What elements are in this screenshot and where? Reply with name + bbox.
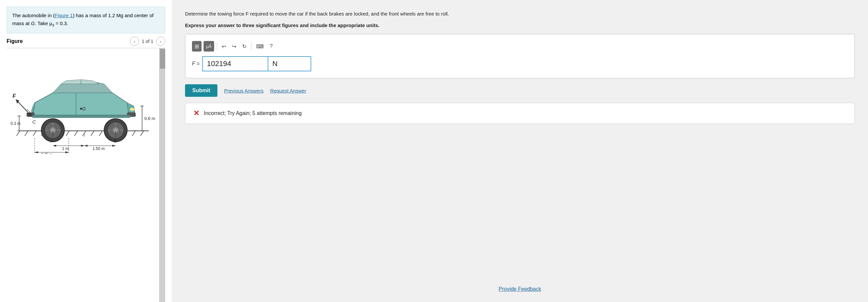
- answer-box: ⊞ μÅ ↩ ↪ ↻ ⌨ ? F =: [185, 34, 855, 78]
- toolbar-separator-2: [251, 42, 251, 50]
- svg-text:1.50 m: 1.50 m: [93, 146, 105, 151]
- redo-button[interactable]: ↪: [230, 42, 238, 51]
- g-label: G: [31, 21, 35, 26]
- figure-nav: ‹ 1 of 1 ›: [130, 37, 165, 46]
- help-button[interactable]: ?: [268, 42, 275, 51]
- figure-image-area: G F 30° 0.6 m: [7, 48, 165, 302]
- matrix-icon: ⊞: [195, 43, 199, 50]
- figure-page-indicator: 1 of 1: [142, 39, 153, 44]
- figure-next-button[interactable]: ›: [156, 37, 165, 46]
- refresh-button[interactable]: ↻: [240, 42, 248, 51]
- svg-text:0.3 m: 0.3 m: [10, 121, 21, 126]
- question-line2: Express your answer to three significant…: [185, 23, 855, 28]
- problem-text-part1: The automobile in (: [12, 12, 55, 18]
- toolbar-separator-1: [217, 42, 217, 50]
- problem-text-part3: . Take: [35, 21, 49, 26]
- svg-text:C: C: [32, 119, 36, 125]
- svg-text:F: F: [12, 93, 16, 99]
- svg-text:B: B: [114, 139, 117, 143]
- question-line1: Determine the towing force F required to…: [185, 10, 855, 18]
- svg-marker-59: [53, 145, 56, 147]
- svg-marker-60: [81, 145, 84, 147]
- answer-toolbar: ⊞ μÅ ↩ ↪ ↻ ⌨ ?: [192, 40, 848, 53]
- svg-text:0.75 m: 0.75 m: [41, 152, 53, 154]
- problem-text-box: The automobile in (Figure 1) has a mass …: [7, 7, 165, 33]
- svg-point-39: [80, 108, 82, 110]
- undo-button[interactable]: ↩: [220, 42, 228, 51]
- scrollbar[interactable]: [159, 48, 165, 302]
- right-panel: Determine the towing force F required to…: [172, 0, 868, 302]
- svg-line-7: [66, 131, 69, 136]
- svg-line-16: [141, 131, 144, 136]
- action-row: Submit Previous Answers Request Answer: [185, 84, 855, 97]
- left-panel: The automobile in (Figure 1) has a mass …: [0, 0, 172, 302]
- error-box: ✕ Incorrect; Try Again; 5 attempts remai…: [185, 103, 855, 124]
- car-svg: G F 30° 0.6 m: [10, 52, 162, 154]
- svg-text:1 m: 1 m: [62, 146, 69, 151]
- matrix-button[interactable]: ⊞: [192, 41, 202, 52]
- svg-text:G: G: [82, 106, 86, 111]
- svg-marker-68: [65, 151, 69, 153]
- svg-line-1: [17, 131, 20, 136]
- car-diagram: G F 30° 0.6 m: [10, 52, 162, 157]
- mu-button[interactable]: μÅ: [204, 41, 214, 52]
- svg-line-11: [99, 131, 102, 136]
- svg-marker-64: [112, 145, 116, 147]
- figure-title: Figure: [7, 38, 23, 44]
- keyboard-button[interactable]: ⌨: [254, 42, 266, 51]
- svg-line-8: [74, 131, 78, 136]
- svg-text:A: A: [50, 139, 53, 143]
- svg-rect-21: [32, 115, 130, 118]
- problem-text-part4: = 0.3.: [54, 21, 68, 26]
- scrollbar-thumb: [160, 49, 165, 69]
- svg-text:0.6 m: 0.6 m: [145, 116, 155, 121]
- svg-line-10: [91, 131, 94, 136]
- answer-input-row: F =: [192, 56, 848, 71]
- f-equals-label: F =: [192, 61, 199, 67]
- unit-input[interactable]: [268, 56, 311, 71]
- provide-feedback-button[interactable]: Provide Feedback: [185, 286, 855, 292]
- request-answer-button[interactable]: Request Answer: [270, 88, 306, 93]
- svg-line-3: [33, 131, 36, 136]
- svg-line-2: [25, 131, 28, 136]
- mu-label-icon: μÅ: [206, 44, 212, 49]
- svg-point-19: [130, 108, 134, 111]
- error-message: Incorrect; Try Again; 5 attempts remaini…: [204, 110, 302, 116]
- svg-text:30°: 30°: [26, 112, 32, 117]
- figure-header: Figure ‹ 1 of 1 ›: [7, 33, 165, 48]
- previous-answers-button[interactable]: Previous Answers: [224, 88, 264, 93]
- mu-label: μs: [49, 21, 54, 26]
- figure-prev-button[interactable]: ‹: [130, 37, 139, 46]
- figure-link[interactable]: Figure 1: [55, 12, 73, 18]
- submit-button[interactable]: Submit: [185, 84, 217, 97]
- svg-marker-67: [35, 151, 38, 153]
- svg-marker-41: [16, 99, 19, 104]
- value-input[interactable]: [202, 56, 268, 71]
- error-icon: ✕: [193, 109, 199, 118]
- svg-marker-63: [84, 145, 88, 147]
- svg-line-15: [132, 131, 135, 136]
